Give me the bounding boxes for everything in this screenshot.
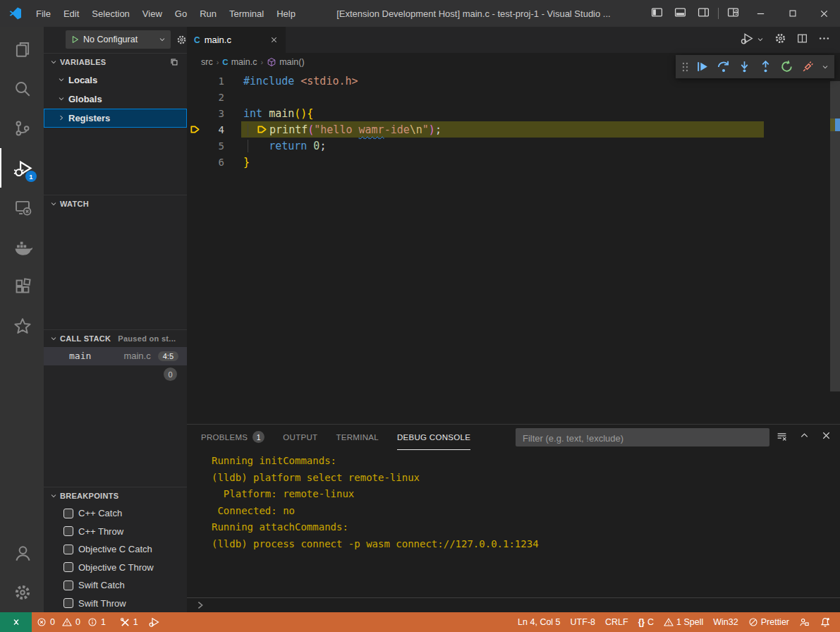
breakpoints-header[interactable]: BREAKPOINTS xyxy=(44,487,187,504)
breakpoint-checkbox[interactable] xyxy=(63,598,73,608)
run-or-debug-icon[interactable] xyxy=(740,32,753,48)
activity-run-and-debug[interactable]: 1 xyxy=(0,148,44,188)
variables-item-registers[interactable]: Registers xyxy=(44,109,187,128)
run-config-label: No Configurat xyxy=(83,35,158,44)
panel-tab-output[interactable]: OUTPUT xyxy=(283,425,317,450)
variables-item-locals[interactable]: Locals xyxy=(44,71,187,90)
console-filter-input[interactable] xyxy=(521,428,767,448)
activity-remote-explorer[interactable] xyxy=(0,188,44,227)
remote-indicator[interactable] xyxy=(0,612,32,632)
activity-manage[interactable] xyxy=(0,573,44,612)
watch-title: WATCH xyxy=(60,200,89,208)
window-maximize[interactable] xyxy=(777,0,808,27)
panel-tab-debug-console[interactable]: DEBUG CONSOLE xyxy=(397,425,470,450)
activity-search[interactable] xyxy=(0,69,44,109)
breadcrumb-item[interactable]: Cmain.c xyxy=(222,57,257,67)
menu-file[interactable]: File xyxy=(30,0,57,27)
status-item-ln-4-col-5[interactable]: Ln 4, Col 5 xyxy=(513,612,565,632)
call-stack-header[interactable]: CALL STACK Paused on st... xyxy=(44,330,187,347)
copy-icon[interactable] xyxy=(169,57,179,67)
variables-section: VARIABLES LocalsGlobalsRegisters xyxy=(44,53,187,195)
panel-tab-terminal[interactable]: TERMINAL xyxy=(336,425,379,450)
status-item[interactable] xyxy=(815,612,836,632)
customize-layout-icon[interactable] xyxy=(727,6,739,20)
maximize-panel-icon[interactable] xyxy=(799,430,810,445)
status-item-c[interactable]: {}C xyxy=(633,612,659,632)
menu-go[interactable]: Go xyxy=(169,0,193,27)
breakpoint-row[interactable]: Objective C Catch xyxy=(44,540,187,559)
split-editor-icon[interactable] xyxy=(796,32,808,47)
step-into-button[interactable] xyxy=(735,56,754,77)
activity-favorites[interactable] xyxy=(0,306,44,346)
breakpoint-row[interactable]: C++ Catch xyxy=(44,504,187,523)
continue-button[interactable] xyxy=(693,56,712,77)
layout-secondary-sidebar-icon[interactable] xyxy=(698,6,710,20)
status-item-utf-8[interactable]: UTF-8 xyxy=(566,612,600,632)
problems-status[interactable]: 001 xyxy=(32,612,115,632)
breakpoint-checkbox[interactable] xyxy=(63,581,73,590)
tools-status[interactable]: 1 xyxy=(115,612,143,632)
breakpoint-checkbox[interactable] xyxy=(63,562,73,572)
activity-docker[interactable] xyxy=(0,227,44,267)
activity-accounts[interactable] xyxy=(0,533,44,573)
breakpoint-checkbox[interactable] xyxy=(63,526,73,536)
variables-item-globals[interactable]: Globals xyxy=(44,90,187,109)
status-item[interactable] xyxy=(794,612,815,632)
menu-edit[interactable]: Edit xyxy=(57,0,85,27)
restart-button[interactable] xyxy=(777,56,796,77)
status-item-prettier[interactable]: Prettier xyxy=(743,612,794,632)
run-config-dropdown[interactable]: No Configurat xyxy=(66,30,171,49)
debug-console-input-row[interactable] xyxy=(187,597,840,612)
breakpoint-row[interactable]: C++ Throw xyxy=(44,523,187,541)
status-item-label: CRLF xyxy=(605,617,628,627)
menu-run[interactable]: Run xyxy=(193,0,223,27)
status-item-crlf[interactable]: CRLF xyxy=(600,612,633,632)
breakpoint-row[interactable]: Objective C Throw xyxy=(44,559,187,577)
close-panel-icon[interactable] xyxy=(821,430,832,445)
clear-console-icon[interactable] xyxy=(776,430,788,445)
window-minimize[interactable] xyxy=(745,0,777,27)
menu-view[interactable]: View xyxy=(136,0,169,27)
run-config-row: No Configurat xyxy=(44,27,187,53)
menu-terminal[interactable]: Terminal xyxy=(223,0,270,27)
layout-panel-icon[interactable] xyxy=(674,6,686,20)
menu-help[interactable]: Help xyxy=(270,0,302,27)
chevron-down-icon[interactable] xyxy=(820,63,831,71)
breadcrumb-item[interactable]: src xyxy=(201,57,213,67)
more-actions-icon[interactable] xyxy=(818,32,830,47)
warning-count: 0 xyxy=(62,617,85,627)
tab-main-c[interactable]: C main.c xyxy=(187,27,286,53)
status-item-1-spell[interactable]: 1 Spell xyxy=(659,612,708,632)
layout-sidebar-icon[interactable] xyxy=(651,6,663,20)
indent-guide xyxy=(248,123,248,136)
step-over-button[interactable] xyxy=(714,56,733,77)
panel-tab-problems[interactable]: PROBLEMS1 xyxy=(201,425,264,450)
debug-status[interactable] xyxy=(143,612,164,632)
breakpoint-row[interactable]: Swift Catch xyxy=(44,576,187,595)
vscode-logo-icon xyxy=(8,6,23,20)
variables-header[interactable]: VARIABLES xyxy=(44,54,187,71)
stack-frame-row[interactable]: main main.c 4:5 xyxy=(44,347,187,365)
activity-extensions[interactable] xyxy=(0,267,44,306)
breadcrumb-separator: › xyxy=(260,58,263,66)
c-file-icon: C xyxy=(194,35,200,45)
menu-selection[interactable]: Selection xyxy=(85,0,135,27)
error-count: 0 xyxy=(37,617,59,627)
breakpoint-checkbox[interactable] xyxy=(63,545,73,554)
drag-grip-icon[interactable] xyxy=(679,56,690,77)
gear-icon[interactable] xyxy=(176,35,187,45)
breakpoint-checkbox[interactable] xyxy=(63,509,73,518)
status-item-win32[interactable]: Win32 xyxy=(708,612,743,632)
step-out-button[interactable] xyxy=(756,56,775,77)
disconnect-button[interactable] xyxy=(798,56,817,77)
chevron-down-icon[interactable] xyxy=(756,34,765,47)
close-icon[interactable] xyxy=(269,35,279,44)
breadcrumb-item[interactable]: main() xyxy=(267,57,304,67)
watch-header[interactable]: WATCH xyxy=(44,195,187,212)
window-close[interactable] xyxy=(808,0,840,27)
activity-source-control[interactable] xyxy=(0,109,44,148)
code-editor[interactable]: 1#include <stdio.h>23int main(){4 printf… xyxy=(187,71,840,424)
breakpoint-row[interactable]: Swift Throw xyxy=(44,595,187,613)
gear-icon[interactable] xyxy=(774,32,786,47)
activity-explorer[interactable] xyxy=(0,30,44,69)
